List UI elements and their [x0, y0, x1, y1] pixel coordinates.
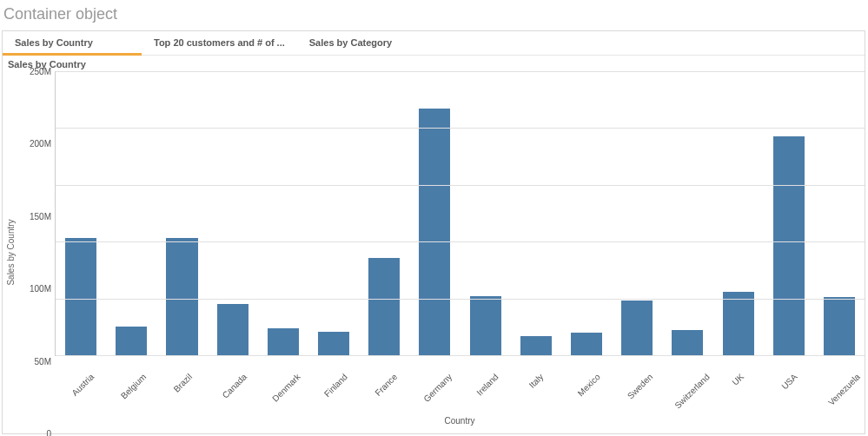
bar-slot — [409, 71, 460, 355]
y-tick: 250M — [30, 67, 51, 76]
bar-slot — [814, 71, 865, 355]
bar-sweden[interactable] — [621, 301, 653, 355]
bar-france[interactable] — [368, 258, 400, 355]
bar-venezuela[interactable] — [824, 297, 855, 355]
bar-denmark[interactable] — [268, 328, 299, 355]
tab-bar: Sales by CountryTop 20 customers and # o… — [3, 31, 865, 56]
bar-usa[interactable] — [773, 136, 805, 355]
grid-line — [56, 128, 865, 129]
y-tick: 0 — [46, 429, 51, 437]
grid-line — [56, 185, 865, 186]
bar-canada[interactable] — [217, 304, 248, 355]
bar-brazil[interactable] — [166, 238, 197, 355]
tab-0[interactable]: Sales by Country — [3, 31, 142, 55]
y-tick: 100M — [30, 284, 51, 294]
bar-slot — [56, 71, 106, 355]
y-axis-label-wrap: Sales by Country — [3, 71, 18, 433]
bar-slot — [764, 71, 814, 355]
chart-area: Sales by Country 050M100M150M200M250M Au… — [3, 71, 865, 433]
chart-title: Sales by Country — [3, 56, 865, 71]
page-title: Container object — [0, 0, 868, 30]
y-tick: 50M — [35, 356, 51, 366]
bars-container — [56, 71, 865, 355]
y-tick: 200M — [30, 139, 51, 149]
bar-italy[interactable] — [520, 336, 552, 355]
bar-slot — [359, 71, 409, 355]
bar-slot — [511, 71, 561, 355]
y-tick: 150M — [30, 211, 51, 221]
bar-uk[interactable] — [723, 292, 754, 355]
grid-line — [56, 71, 865, 72]
bar-slot — [461, 71, 511, 355]
bar-slot — [156, 71, 207, 355]
tab-1[interactable]: Top 20 customers and # of ... — [142, 31, 297, 55]
bar-slot — [712, 71, 763, 355]
container-object: Sales by CountryTop 20 customers and # o… — [2, 30, 865, 434]
x-axis: AustriaBelgiumBrazilCanadaDenmarkFinland… — [55, 355, 865, 416]
y-axis: 050M100M150M200M250M — [18, 71, 55, 433]
x-tick: Austria — [55, 356, 105, 416]
bar-slot — [258, 71, 308, 355]
bar-ireland[interactable] — [470, 296, 501, 355]
tab-2[interactable]: Sales by Category — [297, 31, 436, 55]
bar-slot — [612, 71, 662, 355]
bar-belgium[interactable] — [116, 327, 147, 355]
bar-slot — [208, 71, 258, 355]
bar-slot — [662, 71, 712, 355]
y-axis-label: Sales by Country — [6, 219, 16, 285]
bar-slot — [308, 71, 359, 355]
bar-slot — [106, 71, 156, 355]
bar-finland[interactable] — [318, 332, 349, 355]
grid-line — [56, 299, 865, 300]
bar-slot — [561, 71, 612, 355]
grid-line — [56, 241, 865, 242]
plot-wrap: AustriaBelgiumBrazilCanadaDenmarkFinland… — [55, 71, 865, 433]
grid-line — [56, 355, 865, 356]
plot — [55, 71, 865, 355]
bar-germany[interactable] — [419, 109, 450, 355]
bar-mexico[interactable] — [571, 333, 602, 355]
bar-austria[interactable] — [65, 238, 96, 355]
bar-switzerland[interactable] — [672, 330, 703, 355]
